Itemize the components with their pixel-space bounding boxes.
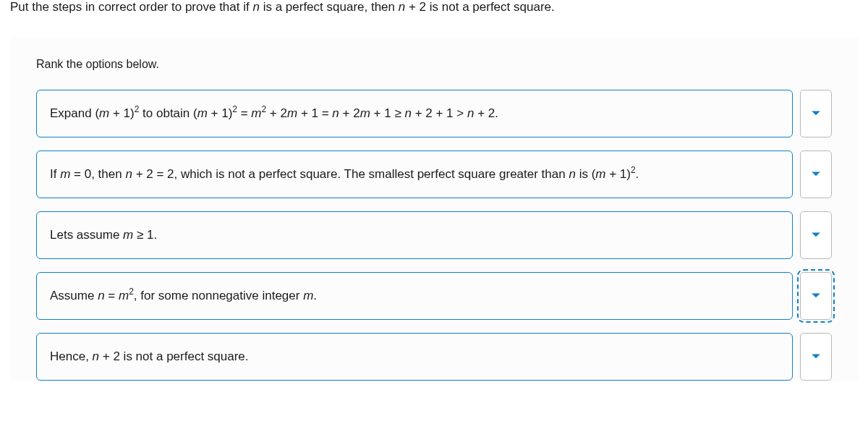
option-row: Expand (m + 1)2 to obtain (m + 1)2 = m2 … (36, 90, 832, 137)
rank-dropdown[interactable] (800, 272, 832, 320)
option-row: Assume n = m2, for some nonnegative inte… (36, 272, 832, 320)
option-text: Assume n = m2, for some nonnegative inte… (50, 289, 317, 303)
rank-dropdown[interactable] (800, 151, 832, 198)
options-list: Expand (m + 1)2 to obtain (m + 1)2 = m2 … (36, 90, 832, 381)
question-prompt: Put the steps in correct order to prove … (0, 0, 868, 38)
option-card[interactable]: Assume n = m2, for some nonnegative inte… (36, 272, 793, 320)
chevron-down-icon (811, 228, 821, 242)
option-row: If m = 0, then n + 2 = 2, which is not a… (36, 151, 832, 198)
option-text: If m = 0, then n + 2 = 2, which is not a… (50, 167, 639, 182)
option-text: Expand (m + 1)2 to obtain (m + 1)2 = m2 … (50, 106, 498, 121)
option-card[interactable]: Lets assume m ≥ 1. (36, 211, 793, 259)
chevron-down-icon (811, 349, 821, 364)
rank-dropdown[interactable] (800, 211, 832, 259)
ranking-instruction: Rank the options below. (36, 55, 832, 90)
option-text: Lets assume m ≥ 1. (50, 228, 157, 242)
rank-dropdown[interactable] (800, 333, 832, 381)
chevron-down-icon (811, 167, 821, 182)
option-card[interactable]: If m = 0, then n + 2 = 2, which is not a… (36, 151, 793, 198)
option-card[interactable]: Hence, n + 2 is not a perfect square. (36, 333, 793, 381)
option-row: Lets assume m ≥ 1. (36, 211, 832, 259)
chevron-down-icon (811, 106, 821, 121)
ranking-workspace: Rank the options below. Expand (m + 1)2 … (10, 38, 858, 381)
rank-dropdown[interactable] (800, 90, 832, 137)
option-row: Hence, n + 2 is not a perfect square. (36, 333, 832, 381)
option-card[interactable]: Expand (m + 1)2 to obtain (m + 1)2 = m2 … (36, 90, 793, 137)
chevron-down-icon (811, 289, 821, 303)
option-text: Hence, n + 2 is not a perfect square. (50, 349, 249, 364)
